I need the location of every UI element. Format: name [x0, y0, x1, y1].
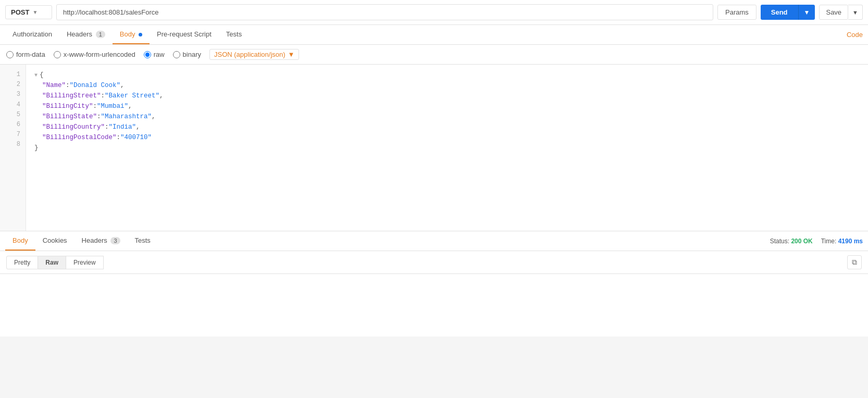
method-select[interactable]: POST ▼: [5, 5, 52, 19]
top-bar: POST ▼ Params Send ▼ Save ▼: [0, 0, 868, 25]
key-billing-postal-code: "BillingPostalCode": [42, 134, 117, 141]
close-brace: }: [34, 144, 39, 152]
status-area: Status: 200 OK Time: 4190 ms: [770, 238, 863, 245]
request-tabs: Authorization Headers 1 Body Pre-request…: [0, 25, 868, 45]
line-4: 4: [0, 100, 26, 110]
line-1: 1: [0, 70, 26, 80]
resp-tab-tests-label: Tests: [135, 237, 151, 244]
line-5: 5: [0, 110, 26, 120]
resp-tab-tests[interactable]: Tests: [128, 231, 158, 251]
tab-body-label: Body: [120, 30, 135, 38]
val-billing-street: "Baker Street": [105, 92, 159, 100]
copy-response-button[interactable]: ⧉: [847, 255, 862, 269]
key-billing-country: "BillingCountry": [42, 123, 105, 131]
method-label: POST: [11, 8, 29, 16]
comma-2: ,: [159, 92, 164, 100]
colon-2: :: [101, 92, 105, 100]
comma-4: ,: [152, 113, 156, 120]
save-group: Save ▼: [819, 5, 863, 20]
tab-authorization-label: Authorization: [13, 30, 52, 38]
val-billing-country: "India": [109, 123, 137, 131]
line-2: 2: [0, 80, 26, 90]
params-button[interactable]: Params: [717, 5, 757, 20]
tab-tests[interactable]: Tests: [219, 25, 249, 44]
raw-radio[interactable]: [144, 51, 151, 58]
method-chevron-icon: ▼: [32, 9, 38, 15]
resp-tab-body[interactable]: Body: [5, 231, 35, 251]
send-button[interactable]: Send: [761, 5, 798, 20]
save-dropdown-button[interactable]: ▼: [848, 5, 863, 20]
form-data-radio[interactable]: [6, 51, 14, 58]
resp-pretty-button[interactable]: Pretty: [6, 256, 38, 269]
json-format-label: JSON (application/json): [214, 51, 286, 58]
resp-tab-cookies[interactable]: Cookies: [35, 231, 75, 251]
response-body-options: Pretty Raw Preview ⧉: [0, 251, 868, 274]
raw-option[interactable]: raw: [144, 51, 165, 58]
body-dot-indicator: [139, 33, 142, 36]
body-options-bar: form-data x-www-form-urlencoded raw bina…: [0, 45, 868, 65]
colon-4: :: [97, 113, 101, 120]
status-value: 200 OK: [791, 238, 812, 245]
send-group: Send ▼: [761, 5, 815, 20]
val-name: "Donald Cook": [70, 82, 121, 89]
form-data-label: form-data: [16, 51, 45, 58]
line-8: 8: [0, 140, 26, 150]
line-3: 3: [0, 90, 26, 100]
urlencoded-label: x-www-form-urlencoded: [64, 51, 135, 58]
tab-body[interactable]: Body: [113, 25, 150, 44]
json-chevron-icon: ▼: [288, 51, 295, 58]
open-brace: {: [40, 71, 44, 79]
line-7: 7: [0, 130, 26, 140]
time-label: Time: 4190 ms: [821, 238, 863, 245]
val-billing-city: "Mumbai": [97, 103, 128, 110]
resp-tab-body-label: Body: [13, 237, 28, 244]
status-label: Status: 200 OK: [770, 238, 813, 245]
response-content-area: [0, 274, 868, 337]
resp-preview-button[interactable]: Preview: [66, 256, 104, 269]
comma-5: ,: [136, 123, 140, 131]
tab-headers-label: Headers: [67, 30, 92, 38]
resp-tab-headers[interactable]: Headers 3: [75, 231, 128, 251]
key-billing-state: "BillingState": [42, 113, 97, 120]
binary-radio[interactable]: [173, 51, 180, 58]
tab-pre-request-script-label: Pre-request Script: [157, 30, 212, 38]
tab-headers[interactable]: Headers 1: [59, 25, 113, 44]
comma-3: ,: [128, 103, 132, 110]
response-section: Body Cookies Headers 3 Tests Status: 200…: [0, 231, 868, 337]
key-name: "Name": [42, 82, 66, 89]
comma-1: ,: [120, 82, 125, 89]
save-button[interactable]: Save: [819, 5, 848, 20]
code-editor: 1 2 3 4 5 6 7 8 ▼{ "Name":"Donald Cook",…: [0, 65, 868, 231]
binary-label: binary: [183, 51, 201, 58]
code-content-area[interactable]: ▼{ "Name":"Donald Cook", "BillingStreet"…: [26, 65, 868, 231]
val-billing-state: "Maharashtra": [101, 113, 152, 120]
time-value: 4190 ms: [838, 238, 863, 245]
colon-6: :: [117, 134, 121, 141]
line-numbers: 1 2 3 4 5 6 7 8: [0, 65, 26, 231]
key-billing-street: "BillingStreet": [42, 92, 101, 100]
binary-option[interactable]: binary: [173, 51, 201, 58]
form-data-option[interactable]: form-data: [6, 51, 45, 58]
url-input[interactable]: [56, 4, 713, 20]
urlencoded-option[interactable]: x-www-form-urlencoded: [54, 51, 135, 58]
resp-tab-cookies-label: Cookies: [43, 237, 67, 244]
raw-label: raw: [154, 51, 165, 58]
val-billing-postal-code: "400710": [120, 134, 152, 141]
line-6: 6: [0, 120, 26, 130]
tab-headers-badge: 1: [96, 31, 105, 38]
json-format-select[interactable]: JSON (application/json) ▼: [209, 49, 299, 60]
colon-3: :: [93, 103, 97, 110]
collapse-icon: ▼: [34, 72, 38, 78]
send-dropdown-button[interactable]: ▼: [798, 5, 815, 20]
code-link[interactable]: Code: [847, 31, 863, 39]
tab-authorization[interactable]: Authorization: [5, 25, 59, 44]
tab-tests-label: Tests: [226, 30, 242, 38]
resp-raw-button[interactable]: Raw: [38, 256, 66, 269]
urlencoded-radio[interactable]: [54, 51, 61, 58]
colon-1: :: [66, 82, 70, 89]
resp-headers-badge: 3: [110, 237, 120, 244]
colon-5: :: [105, 123, 109, 131]
resp-tab-headers-label: Headers: [82, 237, 107, 244]
tab-pre-request-script[interactable]: Pre-request Script: [150, 25, 219, 44]
key-billing-city: "BillingCity": [42, 103, 93, 110]
